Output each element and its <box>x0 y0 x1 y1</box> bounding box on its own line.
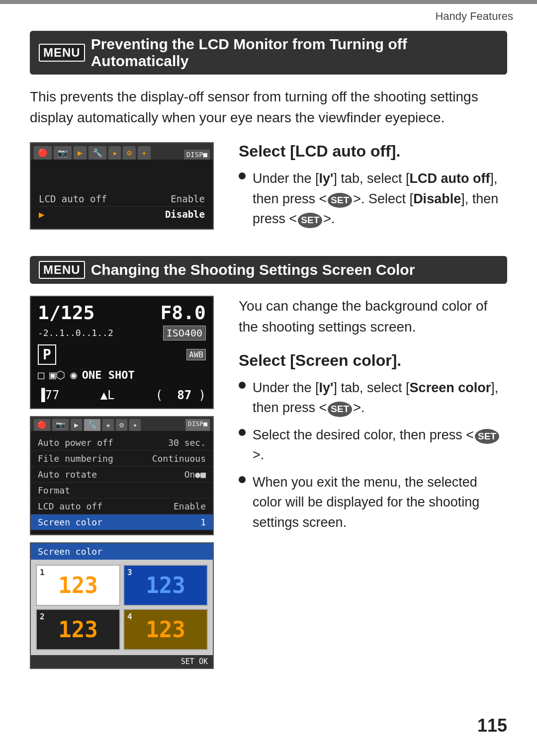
shutter-speed: 1/125 <box>38 302 94 324</box>
icon-row: □ ▣⬡ ◉ ONE SHOT <box>31 367 213 385</box>
color-cells: 1 123 3 123 2 123 <box>36 565 208 650</box>
section2-bullet2-text: Select the desired color, then press <SE… <box>253 425 507 465</box>
set-btn-3: SET <box>328 402 352 417</box>
bullet-dot-1 <box>239 172 246 179</box>
image-size: ▲L <box>100 388 115 402</box>
menu-item-screen-color: Screen color 1 <box>31 514 213 530</box>
menu-screen: 🔴 📷 ▶ 🔧 ★ ⚙ ✦ DISP■ Auto power off 30 se… <box>30 416 214 535</box>
menu-item-label-4: Format <box>38 485 70 496</box>
section2-col-left: 1/125 F8.0 -2..1..0..1..2 ISO400 P AWB □… <box>30 296 219 669</box>
menu-item-label-3: Auto rotate <box>38 469 97 480</box>
menu-tab-2: 📷 <box>52 419 69 431</box>
page-number: 115 <box>477 715 507 736</box>
menu-item-value-6: 1 <box>200 517 206 527</box>
menu-item-label-1: Auto power off <box>38 437 113 448</box>
section2-bullet2: Select the desired color, then press <SE… <box>239 425 507 465</box>
section1-col-right: Select [LCD auto off]. Under the [Iy'] t… <box>239 142 507 236</box>
shooting-top: 1/125 F8.0 <box>31 297 213 326</box>
lcd-body-1: LCD auto off Enable ▶ Disable <box>31 160 213 229</box>
menu-item-label-5: LCD auto off <box>38 501 102 511</box>
shooting-screen: 1/125 F8.0 -2..1..0..1..2 ISO400 P AWB □… <box>30 296 214 409</box>
af-icon: ▣⬡ <box>49 369 65 381</box>
battery-icon: ▐77 <box>38 388 59 402</box>
metering-icon: ◉ <box>71 369 77 381</box>
page-content: MENU Preventing the LCD Monitor from Tur… <box>0 26 537 719</box>
menu-item-auto-power: Auto power off 30 sec. <box>31 435 213 451</box>
set-btn-1: SET <box>328 193 352 208</box>
cell-num-3: 3 <box>127 568 132 577</box>
section2-bullets: Under the [Iy'] tab, select [Screen colo… <box>239 378 507 533</box>
section2-select-heading: Select [Screen color]. <box>239 351 507 370</box>
color-grid: 1 123 3 123 2 123 <box>31 560 213 655</box>
lcd-mockup-1: 🔴 📷 ▶ 🔧 ★ ⚙ ✦ DISP■ LCD auto off Enable <box>30 142 214 230</box>
cell-num-2: 2 <box>40 612 45 621</box>
lcd-tab-2: 📷 <box>54 146 72 160</box>
section1-intro: This prevents the display-off sensor fro… <box>30 86 507 128</box>
section2-title: Changing the Shooting Settings Screen Co… <box>91 261 415 278</box>
lcd-tab-7: ✦ <box>138 146 151 160</box>
section2-bullet3: When you exit the menu, the selected col… <box>239 472 507 533</box>
section1-title: Preventing the LCD Monitor from Turning … <box>91 36 498 70</box>
set-btn-4: SET <box>475 429 499 444</box>
lcd-tab-4: 🔧 <box>89 146 106 160</box>
cell-text-4: 123 <box>146 617 185 642</box>
section2-bullet1-text: Under the [Iy'] tab, select [Screen colo… <box>253 378 507 418</box>
bullet-dot-4 <box>239 476 246 483</box>
header-label: Handy Features <box>0 4 537 26</box>
menu-tab-7: ✦ <box>129 419 141 431</box>
color-screen: Screen color 1 123 3 123 <box>30 542 214 669</box>
color-cell-4: 4 123 <box>123 609 208 650</box>
menu-tab-4: 🔧 <box>84 419 100 431</box>
color-cell-2: 2 123 <box>36 609 120 650</box>
top-bar <box>0 0 537 4</box>
cell-num-1: 1 <box>40 568 45 577</box>
cell-text-1: 123 <box>58 573 97 598</box>
color-bottom-bar: SET OK <box>31 655 213 668</box>
color-title-bar: Screen color <box>31 543 213 560</box>
menu-tabs-row: 🔴 📷 ▶ 🔧 ★ ⚙ ✦ DISP■ <box>31 417 213 431</box>
lcd-tab-6: ⚙ <box>123 146 136 160</box>
menu-tab-6: ⚙ <box>116 419 127 431</box>
menu-item-label-6: Screen color <box>38 517 102 527</box>
section2-two-col: 1/125 F8.0 -2..1..0..1..2 ISO400 P AWB □… <box>30 296 507 669</box>
section2-intro: You can change the background color of t… <box>239 296 507 337</box>
section1-bullet1-text: Under the [Iy'] tab, select [LCD auto of… <box>253 168 507 229</box>
menu-tab-1: 🔴 <box>34 419 50 431</box>
color-cell-3: 3 123 <box>123 565 208 606</box>
menu-disp-badge: DISP■ <box>185 419 210 431</box>
lcd-disp-badge: DISP■ <box>184 150 210 160</box>
lcd-label-1: LCD auto off <box>39 193 107 204</box>
menu-items: Auto power off 30 sec. File numbering Co… <box>31 431 213 534</box>
exposure-scale: -2..1..0..1..2 <box>38 328 113 338</box>
menu-item-auto-rotate: Auto rotate On●■ <box>31 467 213 483</box>
iso-badge: ISO400 <box>163 326 206 340</box>
bottom-row: ▐77 ▲L ( 87 ) <box>31 385 213 408</box>
shooting-sub: -2..1..0..1..2 ISO400 <box>31 326 213 342</box>
menu-item-file-num: File numbering Continuous <box>31 451 213 467</box>
menu-item-label-2: File numbering <box>38 453 113 464</box>
lcd-arrow: ▶ <box>39 209 44 220</box>
mode-p: P <box>38 344 56 365</box>
bullet-dot-3 <box>239 429 246 436</box>
lcd-tab-1: 🔴 <box>34 146 52 160</box>
menu-tab-3: ▶ <box>71 419 82 431</box>
section1-two-col: 🔴 📷 ▶ 🔧 ★ ⚙ ✦ DISP■ LCD auto off Enable <box>30 142 507 236</box>
menu-item-value-1: 30 sec. <box>168 437 206 448</box>
section1-bullet1: Under the [Iy'] tab, select [LCD auto of… <box>239 168 507 229</box>
section2-col-right: You can change the background color of t… <box>239 296 507 540</box>
section2-intro2: the shooting settings screen. <box>239 319 416 335</box>
cell-num-4: 4 <box>127 612 132 621</box>
aperture: F8.0 <box>160 302 206 324</box>
mode-row: P AWB <box>31 342 213 367</box>
color-cell-1: 1 123 <box>36 565 120 606</box>
section2-bullet1: Under the [Iy'] tab, select [Screen colo… <box>239 378 507 418</box>
lcd-value-1: Enable <box>171 193 205 204</box>
section1-col-left: 🔴 📷 ▶ 🔧 ★ ⚙ ✦ DISP■ LCD auto off Enable <box>30 142 219 230</box>
set-btn-2: SET <box>298 213 322 228</box>
section1-select-heading: Select [LCD auto off]. <box>239 142 507 161</box>
shot-mode: ONE SHOT <box>82 369 135 381</box>
menu-item-format: Format <box>31 483 213 499</box>
lcd-value-2: Disable <box>165 209 205 220</box>
lcd-row-2: ▶ Disable <box>39 207 205 222</box>
section2-intro1: You can change the background color of <box>239 298 487 314</box>
